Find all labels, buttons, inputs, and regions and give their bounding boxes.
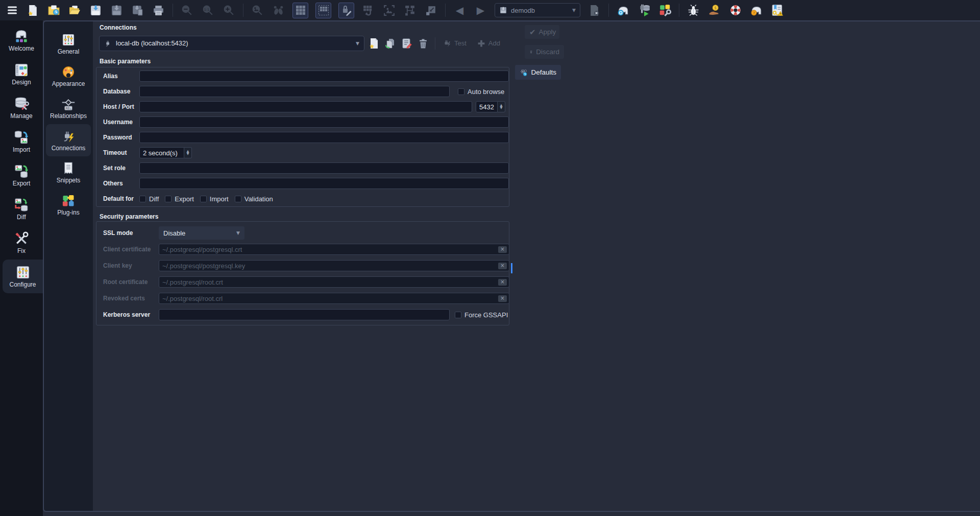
manage-icon [14,96,29,111]
settings-tab-general[interactable]: General [44,28,93,60]
password-input[interactable] [139,132,509,143]
mirror-compare-icon[interactable] [272,4,285,17]
plugin-settings-icon[interactable] [658,4,672,17]
default-import-checkbox[interactable] [200,196,207,202]
username-input[interactable] [139,116,509,128]
sidebar-item-welcome[interactable]: Welcome [0,24,43,57]
set-role-input[interactable] [139,162,509,174]
discard-button[interactable]: Discard [525,45,564,59]
timeout-input[interactable] [139,147,184,158]
license-icon[interactable] [770,4,784,17]
apply-button[interactable]: ✔ Apply [525,25,559,39]
timeout-spinner[interactable]: ▲▼ [184,147,192,158]
image-selection-icon[interactable] [382,4,396,17]
svg-text:$: $ [714,6,717,10]
donate-icon[interactable]: $ [707,4,721,17]
table-reorder-icon[interactable] [361,4,375,17]
port-input[interactable] [476,101,498,112]
kerberos-input[interactable] [159,309,450,320]
edit-connection-button[interactable] [400,36,413,50]
sidebar-item-configure[interactable]: Configure [3,260,43,293]
sidebar-item-label: Export [13,180,31,187]
sidebar-item-import[interactable]: Import [0,125,43,158]
chevron-down-icon: ▼ [236,230,240,236]
auto-browse-checkbox[interactable] [458,88,464,95]
default-diff-checkbox[interactable] [139,196,146,202]
settings-tab-connections[interactable]: Connections [46,124,91,156]
forward-icon[interactable]: ▶ [474,4,487,17]
bug-report-icon[interactable] [687,4,700,17]
default-validation-checkbox[interactable] [235,196,241,202]
host-port-label: Host / Port [103,103,139,110]
revoked-certs-input[interactable] [159,293,509,304]
kerberos-row: Kerberos server Force GSSAPI [96,307,509,323]
open-recent-icon[interactable] [47,4,61,17]
sidebar-item-design[interactable]: Design [0,57,43,91]
new-connection-button[interactable] [367,36,381,50]
clear-field-icon[interactable]: × [498,246,507,253]
menu-icon[interactable] [5,4,19,17]
clear-field-icon[interactable]: × [498,263,507,269]
zoom-fit-image-icon[interactable] [251,4,264,17]
sidebar-item-manage[interactable]: Manage [0,91,43,125]
close-database-icon[interactable] [587,4,601,17]
print-icon[interactable] [152,4,165,17]
database-input[interactable] [139,86,450,97]
sidebar-item-export[interactable]: Export [0,158,43,192]
shrink-icon[interactable] [424,4,438,17]
ssl-mode-select[interactable]: Disable ▼ [159,226,244,240]
grid-view-icon[interactable] [292,3,308,18]
others-input[interactable] [139,178,509,189]
lock-edit-icon[interactable] [338,3,354,18]
delete-connection-button[interactable] [416,36,430,50]
zoom-100-icon[interactable]: 1:1 [201,4,215,17]
test-connection-button[interactable]: Test [439,36,470,50]
host-input[interactable] [139,101,472,112]
back-icon[interactable]: ◀ [453,4,467,17]
connect-run-icon[interactable] [637,4,651,17]
er-diagram-icon[interactable] [403,4,417,17]
connection-selector[interactable]: local-db (localhost:5432) ▼ [99,36,364,51]
client-key-input[interactable] [159,260,509,271]
sidebar-item-label: Diff [17,214,26,221]
postgres-sql-icon[interactable] [616,4,630,17]
settings-tab-snippets[interactable]: Snippets [44,156,93,189]
save-copy-icon[interactable] [131,4,144,17]
duplicate-connection-button[interactable] [383,36,397,50]
faq-icon[interactable]: ? [749,4,763,17]
client-certificate-input[interactable] [159,244,509,255]
basic-parameters-group: Alias Database Auto browse Host / Port ▲… [96,67,509,207]
set-role-row: Set role [96,160,509,176]
plug-icon [104,39,112,47]
clear-field-icon[interactable]: × [498,295,507,302]
test-button-label: Test [454,39,467,47]
grid-snap-icon[interactable] [315,3,331,18]
defaults-button[interactable]: Defaults [515,65,561,80]
settings-tab-appearance[interactable]: Appearance [44,60,93,92]
sidebar-item-diff[interactable]: Diff [0,192,43,226]
settings-tab-plugins[interactable]: Plug-ins [44,189,93,221]
new-file-icon[interactable] [26,4,40,17]
root-certificate-input[interactable] [159,276,509,288]
password-label: Password [103,134,139,141]
connection-selector-value: local-db (localhost:5432) [116,39,188,47]
sidebar-item-label: Welcome [9,45,34,52]
connection-selector-row: local-db (localhost:5432) ▼ Test Add [99,35,503,51]
port-spinner[interactable]: ▲▼ [498,101,505,112]
default-export-checkbox[interactable] [165,196,172,202]
open-folder-icon[interactable] [68,4,82,17]
database-label: Database [103,88,139,95]
save-icon[interactable] [89,4,103,17]
alias-input[interactable] [139,71,509,82]
apply-button-label: Apply [539,28,556,36]
zoom-out-icon[interactable] [180,4,194,17]
clear-field-icon[interactable]: × [498,279,507,286]
zoom-in-icon[interactable] [222,4,236,17]
sidebar-item-fix[interactable]: Fix [0,226,43,260]
add-connection-button[interactable]: Add [474,36,503,50]
settings-tab-relationships[interactable]: REL Relationships [44,92,93,124]
database-selector[interactable]: demodb ▼ [495,3,580,17]
save-as-icon[interactable] [110,4,124,17]
support-icon[interactable] [728,4,742,17]
force-gssapi-checkbox[interactable] [455,312,461,318]
